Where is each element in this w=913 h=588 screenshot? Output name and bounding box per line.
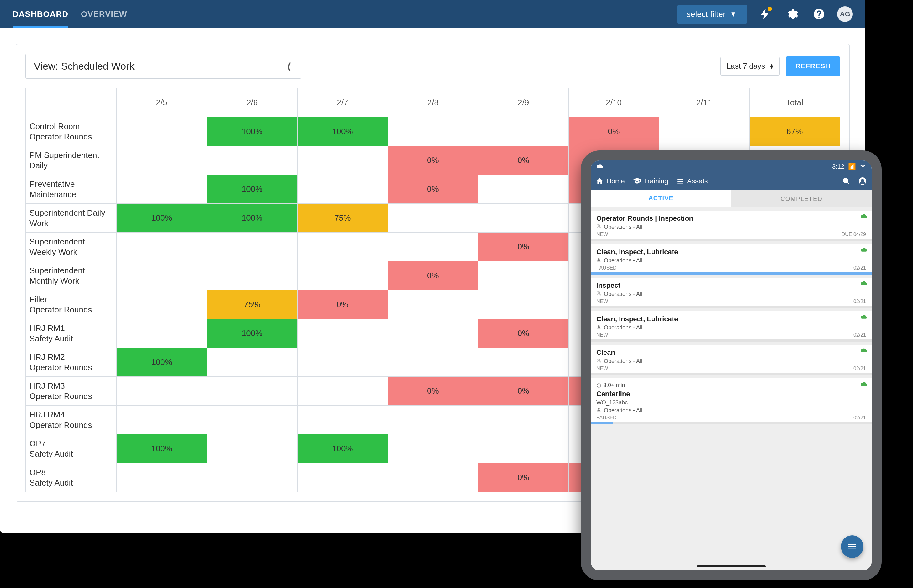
- data-cell[interactable]: [388, 290, 478, 319]
- data-cell[interactable]: [297, 233, 388, 262]
- data-cell[interactable]: 0%: [478, 233, 569, 262]
- settings-button[interactable]: [783, 5, 801, 23]
- data-cell[interactable]: [116, 463, 207, 492]
- filter-select[interactable]: select filter ▼: [677, 5, 747, 24]
- data-cell[interactable]: 0%: [478, 319, 569, 348]
- data-cell[interactable]: 100%: [207, 175, 297, 204]
- data-cell[interactable]: [388, 435, 478, 463]
- data-cell[interactable]: [478, 290, 569, 319]
- data-cell[interactable]: [388, 319, 478, 348]
- data-cell[interactable]: [478, 175, 569, 204]
- work-list[interactable]: Operator Rounds | InspectionOperations -…: [591, 207, 872, 570]
- assets-icon: [676, 177, 684, 185]
- nav-assets[interactable]: Assets: [676, 177, 708, 185]
- data-cell[interactable]: 67%: [749, 117, 840, 146]
- seg-active[interactable]: ACTIVE: [591, 190, 731, 207]
- data-cell[interactable]: 0%: [388, 377, 478, 405]
- row-label: HRJ RM1Safety Audit: [26, 319, 116, 348]
- seg-completed[interactable]: COMPLETED: [731, 190, 872, 207]
- data-cell[interactable]: 100%: [297, 117, 388, 146]
- data-cell[interactable]: [207, 146, 297, 175]
- data-cell[interactable]: [478, 262, 569, 290]
- work-item[interactable]: Clean, Inspect, LubricateOperations - Al…: [591, 244, 872, 275]
- data-cell[interactable]: [116, 262, 207, 290]
- tablet-search-button[interactable]: [842, 177, 850, 185]
- date-range-select[interactable]: Last 7 days ▲▼: [721, 57, 780, 76]
- work-item[interactable]: 3.0+ minCenterlineWO_123abcOperations - …: [591, 378, 872, 424]
- nav-home[interactable]: Home: [596, 177, 625, 185]
- data-cell[interactable]: [207, 463, 297, 492]
- cloud-sync-icon: [860, 247, 867, 252]
- data-cell[interactable]: 0%: [297, 290, 388, 319]
- data-cell[interactable]: 0%: [478, 377, 569, 405]
- work-item[interactable]: Clean, Inspect, LubricateOperations - Al…: [591, 311, 872, 342]
- data-cell[interactable]: [116, 319, 207, 348]
- data-cell[interactable]: [388, 348, 478, 377]
- tab-dashboard[interactable]: DASHBOARD: [13, 0, 68, 28]
- fab-menu-button[interactable]: [841, 535, 863, 558]
- data-cell[interactable]: [297, 175, 388, 204]
- data-cell[interactable]: 100%: [207, 319, 297, 348]
- data-cell[interactable]: [388, 204, 478, 233]
- data-cell[interactable]: [478, 204, 569, 233]
- data-cell[interactable]: 0%: [478, 463, 569, 492]
- data-cell[interactable]: [207, 348, 297, 377]
- data-cell[interactable]: [659, 117, 749, 146]
- table-row: Control RoomOperator Rounds100%100%0%67%: [26, 117, 840, 146]
- data-cell[interactable]: [388, 463, 478, 492]
- work-item[interactable]: Operator Rounds | InspectionOperations -…: [591, 211, 872, 241]
- data-cell[interactable]: 0%: [478, 146, 569, 175]
- data-cell[interactable]: [388, 233, 478, 262]
- data-cell[interactable]: [207, 435, 297, 463]
- user-avatar[interactable]: AG: [837, 6, 853, 22]
- data-cell[interactable]: [297, 146, 388, 175]
- data-cell[interactable]: 0%: [388, 175, 478, 204]
- notifications-button[interactable]: [756, 5, 774, 23]
- refresh-button[interactable]: REFRESH: [786, 57, 840, 76]
- data-cell[interactable]: [388, 117, 478, 146]
- work-item[interactable]: CleanOperations - AllNEW02/21: [591, 345, 872, 375]
- tab-overview[interactable]: OVERVIEW: [81, 0, 127, 28]
- data-cell[interactable]: [116, 290, 207, 319]
- data-cell[interactable]: [116, 233, 207, 262]
- data-cell[interactable]: 100%: [116, 348, 207, 377]
- data-cell[interactable]: 100%: [207, 204, 297, 233]
- data-cell[interactable]: [116, 405, 207, 435]
- data-cell[interactable]: [207, 405, 297, 435]
- data-cell[interactable]: [297, 319, 388, 348]
- view-select[interactable]: View: Scheduled Work ❮: [26, 53, 301, 79]
- data-cell[interactable]: 100%: [116, 204, 207, 233]
- data-cell[interactable]: [297, 463, 388, 492]
- data-cell[interactable]: [297, 405, 388, 435]
- work-item[interactable]: InspectOperations - AllNEW02/21: [591, 278, 872, 308]
- data-cell[interactable]: [478, 117, 569, 146]
- data-cell[interactable]: 75%: [297, 204, 388, 233]
- data-cell[interactable]: [207, 233, 297, 262]
- svg-point-6: [598, 325, 600, 327]
- data-cell[interactable]: 100%: [207, 117, 297, 146]
- data-cell[interactable]: [297, 262, 388, 290]
- tablet-user-button[interactable]: [858, 177, 866, 185]
- work-item-date: 02/21: [853, 415, 866, 421]
- data-cell[interactable]: 100%: [297, 435, 388, 463]
- help-button[interactable]: [810, 5, 828, 23]
- data-cell[interactable]: 0%: [388, 262, 478, 290]
- data-cell[interactable]: [478, 405, 569, 435]
- data-cell[interactable]: [388, 405, 478, 435]
- nav-training[interactable]: Training: [633, 177, 669, 185]
- data-cell[interactable]: [116, 146, 207, 175]
- data-cell[interactable]: [478, 435, 569, 463]
- data-cell[interactable]: 0%: [569, 117, 659, 146]
- data-cell[interactable]: [207, 377, 297, 405]
- data-cell[interactable]: [116, 117, 207, 146]
- data-cell[interactable]: 100%: [116, 435, 207, 463]
- data-cell[interactable]: [297, 377, 388, 405]
- data-cell[interactable]: [478, 348, 569, 377]
- data-cell[interactable]: [116, 377, 207, 405]
- data-cell[interactable]: [297, 348, 388, 377]
- data-cell[interactable]: 75%: [207, 290, 297, 319]
- data-cell[interactable]: 0%: [388, 146, 478, 175]
- data-cell[interactable]: [116, 175, 207, 204]
- person-icon: [596, 358, 601, 365]
- data-cell[interactable]: [207, 262, 297, 290]
